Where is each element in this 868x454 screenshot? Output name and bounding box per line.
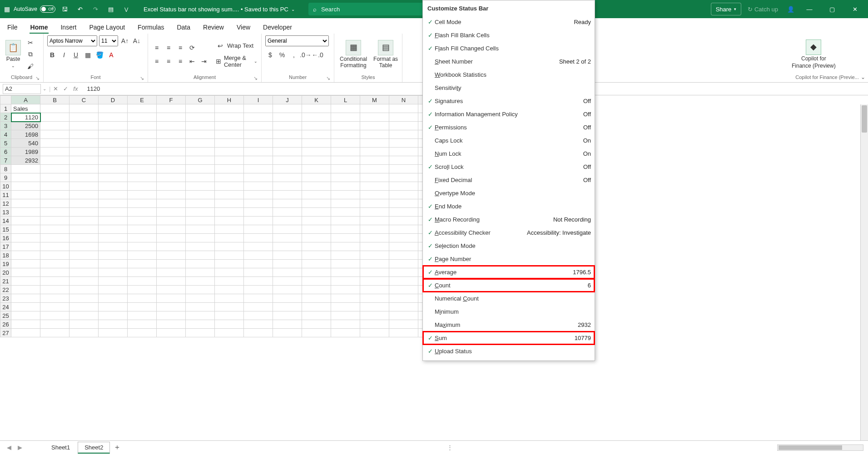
status-item-end-mode[interactable]: ✓End Mode (423, 200, 595, 213)
tab-review[interactable]: Review (202, 21, 225, 34)
font-name-select[interactable]: Aptos Narrow (47, 35, 97, 46)
align-left-icon[interactable]: ≡ (152, 56, 162, 66)
share-button[interactable]: Share▾ (711, 3, 742, 15)
status-item-numerical-count[interactable]: Numerical Count (423, 292, 595, 305)
maximize-icon[interactable]: ▢ (822, 0, 843, 18)
status-item-num-lock[interactable]: Num LockOn (423, 147, 595, 160)
indent-dec-icon[interactable]: ⇤ (187, 56, 197, 66)
sheet-nav-next-icon[interactable]: ▶ (15, 444, 25, 451)
status-item-cell-mode[interactable]: ✓Cell ModeReady (423, 15, 595, 29)
collapse-ribbon-icon[interactable]: ⌄ (861, 74, 865, 80)
format-as-table-button[interactable]: ▤Format as Table (372, 39, 400, 70)
align-center-icon[interactable]: ≡ (164, 56, 174, 66)
status-item-macro-recording[interactable]: ✓Macro RecordingNot Recording (423, 213, 595, 226)
cut-icon[interactable]: ✂ (25, 38, 35, 48)
format-painter-icon[interactable]: 🖌 (25, 61, 35, 71)
inc-decimal-icon[interactable]: .0→ (301, 50, 311, 60)
tab-view[interactable]: View (236, 21, 251, 34)
redo-icon[interactable]: ↷ (89, 3, 102, 15)
status-item-signatures[interactable]: ✓SignaturesOff (423, 94, 595, 108)
close-icon[interactable]: ✕ (844, 0, 865, 18)
copy-icon[interactable]: ⧉ (25, 49, 35, 59)
wrap-text-button[interactable]: ↩Wrap Text (215, 41, 258, 51)
italic-icon[interactable]: I (59, 50, 69, 60)
status-item-upload-status[interactable]: ✓Upload Status (423, 345, 595, 358)
account-icon[interactable]: 👤 (784, 3, 797, 15)
tab-file[interactable]: File (6, 21, 19, 34)
check-icon: ✓ (426, 256, 435, 262)
formula-value[interactable]: 1120 (87, 85, 100, 92)
fx-icon[interactable]: fx (70, 84, 80, 94)
status-item-scroll-lock[interactable]: ✓Scroll LockOff (423, 160, 595, 173)
enter-formula-icon[interactable]: ✓ (60, 84, 70, 94)
font-size-select[interactable]: 11 (99, 35, 118, 46)
sheet-tab-sheet1[interactable]: Sheet1 (45, 442, 77, 454)
status-item-sheet-number[interactable]: Sheet NumberSheet 2 of 2 (423, 55, 595, 68)
fill-color-icon[interactable]: 🪣 (94, 50, 104, 60)
status-item-flash-fill-changed-cells[interactable]: ✓Flash Fill Changed Cells (423, 42, 595, 55)
tab-data[interactable]: Data (176, 21, 191, 34)
align-top-icon[interactable]: ≡ (152, 43, 162, 53)
bold-icon[interactable]: B (47, 50, 57, 60)
align-middle-icon[interactable]: ≡ (164, 43, 174, 53)
align-right-icon[interactable]: ≡ (175, 56, 185, 66)
vertical-scrollbar[interactable] (860, 104, 868, 440)
status-item-sensitivity[interactable]: Sensitivity (423, 81, 595, 94)
percent-icon[interactable]: % (277, 50, 287, 60)
tab-home[interactable]: Home (30, 21, 49, 34)
undo-icon[interactable]: ↶ (74, 3, 86, 15)
status-item-sum[interactable]: ✓Sum10779 (423, 331, 595, 345)
merge-center-button[interactable]: ⊞Merge & Center ⌄ (215, 54, 258, 68)
status-item-overtype-mode[interactable]: Overtype Mode (423, 187, 595, 200)
font-color-icon[interactable]: A (106, 50, 116, 60)
comma-icon[interactable]: , (289, 50, 299, 60)
decrease-font-icon[interactable]: A↓ (132, 36, 142, 46)
status-item-permissions[interactable]: ✓PermissionsOff (423, 121, 595, 134)
tab-formulas[interactable]: Formulas (137, 21, 165, 34)
sheet-tab-sheet2[interactable]: Sheet2 (78, 442, 110, 454)
status-item-accessibility-checker[interactable]: ✓Accessibility CheckerAccessibility: Inv… (423, 226, 595, 239)
increase-font-icon[interactable]: A↑ (120, 36, 130, 46)
namebox-dropdown-icon[interactable]: ⌄ (43, 86, 46, 91)
status-item-flash-fill-blank-cells[interactable]: ✓Flash Fill Blank Cells (423, 29, 595, 42)
tab-developer[interactable]: Developer (262, 21, 293, 34)
underline-icon[interactable]: U (71, 50, 81, 60)
catchup-button[interactable]: ↻ Catch up (743, 6, 783, 13)
paste-button[interactable]: 📋 Paste ⌄ (4, 39, 23, 69)
quickprint-icon[interactable]: ▤ (104, 3, 117, 15)
search-input[interactable]: ⌕ Search (308, 3, 427, 15)
status-item-minimum[interactable]: Minimum (423, 305, 595, 318)
status-item-fixed-decimal[interactable]: Fixed DecimalOff (423, 173, 595, 187)
borders-icon[interactable]: ▦ (83, 50, 93, 60)
status-item-count[interactable]: ✓Count6 (423, 279, 595, 292)
currency-icon[interactable]: $ (265, 50, 275, 60)
status-item-caps-lock[interactable]: Caps LockOn (423, 134, 595, 147)
number-format-select[interactable]: General (265, 35, 329, 46)
tab-insert[interactable]: Insert (60, 21, 77, 34)
status-item-selection-mode[interactable]: ✓Selection Mode (423, 239, 595, 252)
cancel-formula-icon[interactable]: ✕ (50, 84, 60, 94)
status-item-information-management-policy[interactable]: ✓Information Management PolicyOff (423, 108, 595, 121)
status-item-maximum[interactable]: Maximum2932 (423, 318, 595, 331)
save-icon[interactable]: 🖫 (58, 3, 71, 15)
add-sheet-button[interactable]: ＋ (112, 443, 123, 452)
copilot-finance-button[interactable]: ◆ Copilot for Finance (Preview) (790, 39, 838, 70)
check-icon: ✓ (426, 98, 435, 104)
name-box[interactable]: A2 (3, 84, 41, 94)
minimize-icon[interactable]: ― (799, 0, 820, 18)
horizontal-scrollbar[interactable] (777, 444, 863, 451)
align-bottom-icon[interactable]: ≡ (175, 43, 185, 53)
qat-more-icon[interactable]: ⋁ (120, 3, 133, 15)
tab-page-layout[interactable]: Page Layout (88, 21, 126, 34)
status-item-workbook-statistics[interactable]: Workbook Statistics (423, 68, 595, 81)
sheet-nav-prev-icon[interactable]: ◀ (5, 444, 14, 451)
document-name[interactable]: Excel Status bar not showing sum.... • S… (144, 6, 295, 13)
indent-inc-icon[interactable]: ⇥ (199, 56, 209, 66)
sheet-options-icon[interactable]: ⋮ (447, 444, 453, 451)
autosave-toggle[interactable]: AutoSave Off (14, 5, 55, 13)
conditional-formatting-button[interactable]: ▦Conditional Formatting (338, 39, 369, 70)
status-item-average[interactable]: ✓Average1796.5 (423, 266, 595, 279)
orientation-icon[interactable]: ⟳ (187, 43, 197, 53)
status-item-page-number[interactable]: ✓Page Number (423, 252, 595, 266)
dec-decimal-icon[interactable]: ←.0 (312, 50, 322, 60)
